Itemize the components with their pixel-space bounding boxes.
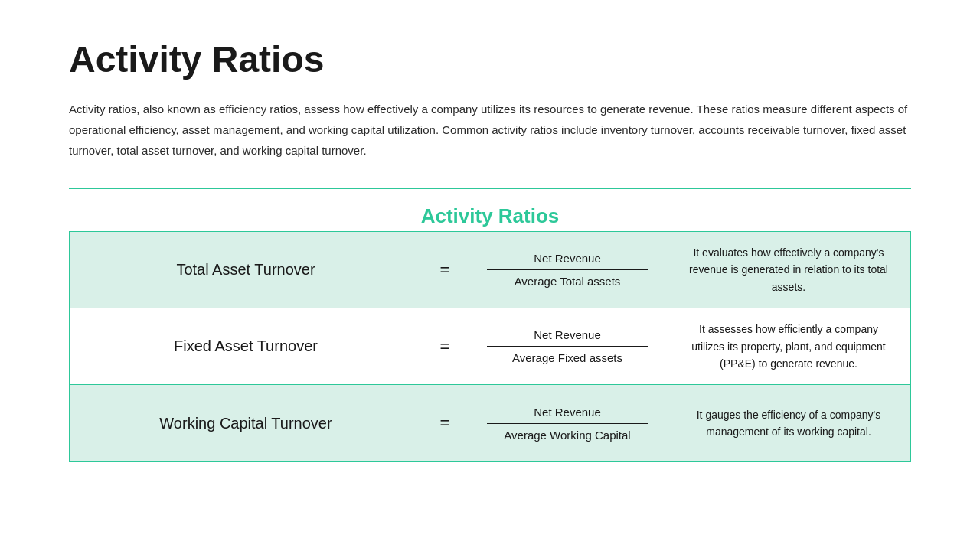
fraction: Net Revenue Average Total assets [468, 244, 667, 295]
ratio-name: Working Capital Turnover [70, 399, 422, 448]
fraction-denominator: Average Working Capital [504, 424, 630, 442]
section-title: Activity Ratios [69, 204, 911, 228]
ratio-row: Fixed Asset Turnover = Net Revenue Avera… [70, 308, 910, 385]
fraction-numerator: Net Revenue [534, 252, 601, 269]
ratio-description: It assesses how efficiently a company ut… [667, 308, 910, 384]
ratio-name: Fixed Asset Turnover [70, 322, 422, 370]
equals-sign: = [422, 413, 468, 433]
fraction-numerator: Net Revenue [534, 328, 601, 346]
fraction-denominator: Average Total assets [514, 270, 621, 288]
ratio-description: It evaluates how effectively a company's… [667, 232, 910, 308]
fraction: Net Revenue Average Working Capital [468, 398, 667, 449]
equals-sign: = [422, 337, 468, 357]
fraction-numerator: Net Revenue [534, 406, 601, 423]
page-title: Activity Ratios [69, 38, 911, 80]
intro-paragraph: Activity ratios, also known as efficienc… [69, 99, 911, 161]
ratio-row: Total Asset Turnover = Net Revenue Avera… [70, 232, 910, 308]
ratios-table: Total Asset Turnover = Net Revenue Avera… [69, 231, 911, 462]
ratio-name: Total Asset Turnover [70, 246, 422, 294]
fraction-denominator: Average Fixed assets [512, 347, 622, 364]
ratio-description: It gauges the efficiency of a company's … [667, 394, 910, 453]
ratio-row: Working Capital Turnover = Net Revenue A… [70, 385, 910, 461]
fraction: Net Revenue Average Fixed assets [468, 321, 667, 372]
equals-sign: = [422, 260, 468, 280]
section-divider [69, 188, 911, 189]
